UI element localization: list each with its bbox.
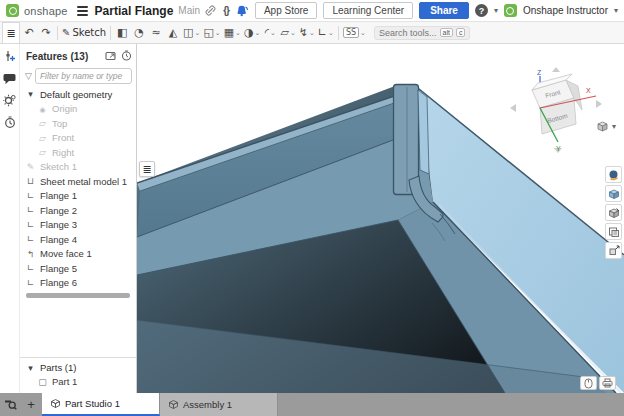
tool-button[interactable] <box>182 24 201 42</box>
tree-item[interactable]: Flange 5 <box>20 261 136 276</box>
add-tab-button[interactable]: + <box>20 393 42 416</box>
part-item[interactable]: Part 1 <box>20 375 136 390</box>
account-menu[interactable]: Onshape Instructor <box>523 5 608 16</box>
tree-item[interactable]: Flange 4 <box>20 232 136 247</box>
tool-button[interactable] <box>165 24 181 42</box>
chevron-down-icon[interactable] <box>235 29 241 37</box>
tree-item[interactable]: Flange 3 <box>20 218 136 233</box>
mouse-hints-button[interactable] <box>580 376 597 390</box>
feature-list-icon <box>3 24 19 42</box>
tree-item[interactable]: Flange 6 <box>20 276 136 291</box>
flange-icon <box>25 263 36 273</box>
flange-icon <box>25 191 36 201</box>
chevron-down-icon[interactable] <box>309 29 315 37</box>
tree-item[interactable]: Top <box>20 116 136 131</box>
feature-list-flyout-button[interactable] <box>139 161 155 177</box>
help-icon[interactable]: ? <box>475 4 488 17</box>
extrude-icon <box>117 26 127 39</box>
learning-center-button[interactable]: Learning Center <box>323 2 413 19</box>
display-style-button[interactable] <box>605 185 622 202</box>
tree-item[interactable]: Flange 1 <box>20 189 136 204</box>
appearance-button[interactable] <box>605 166 622 183</box>
kbd-alt: alt <box>440 28 453 37</box>
toolbar-divider <box>110 26 111 40</box>
helix-icon <box>299 26 308 39</box>
tree-item[interactable]: Origin <box>20 102 136 117</box>
chevron-down-icon[interactable] <box>328 29 334 37</box>
tool-button[interactable] <box>279 24 296 42</box>
history-icon[interactable] <box>3 116 16 129</box>
redo-button[interactable] <box>38 24 54 42</box>
tool-button[interactable] <box>202 24 221 42</box>
print-button[interactable] <box>599 376 616 390</box>
workspace-name[interactable]: Main <box>178 5 200 16</box>
history-clock-icon[interactable] <box>121 47 132 65</box>
document-menu-icon[interactable] <box>77 6 88 16</box>
chevron-down-icon[interactable] <box>215 29 221 37</box>
share-button[interactable]: Share <box>419 2 469 19</box>
gear-icon[interactable] <box>3 94 16 107</box>
document-tab[interactable]: Part Studio 1 <box>42 393 160 416</box>
tool-button[interactable] <box>114 24 130 42</box>
chevron-down-icon[interactable] <box>195 29 201 37</box>
feature-label: Right <box>52 147 74 158</box>
tree-item[interactable]: Right <box>20 145 136 160</box>
tree-item[interactable]: Sketch 1 <box>20 160 136 175</box>
sheet-metal-table-button[interactable]: SS <box>342 24 367 42</box>
view-options-button[interactable] <box>596 120 616 133</box>
undo-button[interactable] <box>21 24 37 42</box>
toolbar-divider <box>338 26 339 40</box>
printer-icon <box>602 378 613 388</box>
sketch-button[interactable]: Sketch <box>61 24 107 42</box>
chevron-down-icon[interactable] <box>270 29 276 37</box>
configurations-icon[interactable] <box>3 50 16 63</box>
view-cube[interactable]: Z Front Bottom X Y <box>508 66 604 158</box>
svg-text:X: X <box>586 87 591 94</box>
onshape-logo-icon[interactable] <box>6 4 19 17</box>
origin-icon <box>37 104 48 114</box>
named-views-button[interactable] <box>605 223 622 240</box>
help-menu-caret-icon[interactable] <box>494 6 498 15</box>
tool-button[interactable] <box>298 24 316 42</box>
app-store-button[interactable]: App Store <box>255 2 317 19</box>
tool-button[interactable] <box>131 24 147 42</box>
filter-input[interactable] <box>35 68 132 84</box>
thicken-icon <box>183 26 193 39</box>
feature-toolbar: Sketch <box>0 22 624 44</box>
feature-list-toggle-button[interactable] <box>2 22 20 43</box>
exploded-view-button[interactable] <box>605 242 622 259</box>
plane-icon <box>37 147 48 157</box>
comment-icon[interactable] <box>3 72 16 85</box>
link-icon[interactable] <box>205 5 216 16</box>
toolbar-divider <box>57 26 58 40</box>
parts-header[interactable]: Parts (1) <box>20 361 136 375</box>
tab-manager-button[interactable] <box>0 393 20 416</box>
search-tools[interactable]: Search tools... alt c <box>374 26 470 40</box>
tree-item[interactable]: Flange 2 <box>20 203 136 218</box>
display-cube-icon <box>608 188 620 200</box>
tool-button[interactable] <box>243 24 261 42</box>
chevron-down-icon[interactable] <box>290 29 296 37</box>
chevron-down-icon[interactable] <box>255 29 261 37</box>
graphics-viewport[interactable]: Z Front Bottom X Y <box>137 44 624 393</box>
notifications-icon[interactable] <box>235 4 249 17</box>
top-bar: onshape Partial Flange Main { } App Stor… <box>0 0 624 22</box>
feature-list-options-icon[interactable] <box>105 47 117 65</box>
tool-button[interactable] <box>317 24 335 42</box>
pattern-icon <box>224 26 234 39</box>
tree-item[interactable]: Sheet metal model 1 <box>20 174 136 189</box>
featurescript-icon[interactable]: { } <box>223 5 229 16</box>
tool-button[interactable] <box>148 24 164 42</box>
tool-button[interactable] <box>223 24 242 42</box>
tree-item[interactable]: Default geometry <box>20 87 136 102</box>
section-view-button[interactable] <box>605 204 622 221</box>
features-title: Features (13) <box>26 51 101 62</box>
tool-button[interactable] <box>262 24 278 42</box>
filter-icon[interactable] <box>25 71 32 81</box>
tree-item[interactable]: Front <box>20 131 136 146</box>
account-caret-icon[interactable] <box>614 6 618 15</box>
tree-item[interactable]: Move face 1 <box>20 247 136 262</box>
feature-label: Flange 2 <box>40 205 77 216</box>
document-tab[interactable]: Assembly 1 <box>160 393 278 416</box>
chevron-down-icon <box>360 29 366 37</box>
